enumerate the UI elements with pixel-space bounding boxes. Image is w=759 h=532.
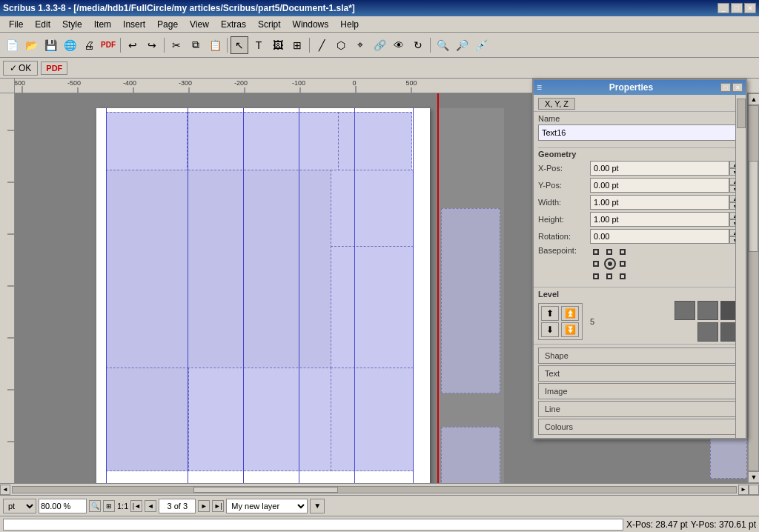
preflight-button[interactable]: 🌐 bbox=[61, 36, 79, 54]
new-button[interactable]: 📄 bbox=[3, 36, 21, 54]
nav-next-button[interactable]: ► bbox=[198, 500, 210, 512]
hscroll-left-button[interactable]: ◄ bbox=[0, 485, 10, 495]
bp-bl[interactable] bbox=[593, 273, 599, 279]
basepoint-grid[interactable] bbox=[590, 246, 630, 283]
print-button[interactable]: 🖨 bbox=[80, 36, 98, 54]
layer-selector[interactable]: My new layer bbox=[226, 499, 308, 513]
hscroll-thumb[interactable] bbox=[193, 487, 338, 493]
level-icon-2[interactable] bbox=[697, 301, 718, 320]
hscroll-right-button[interactable]: ► bbox=[738, 485, 749, 495]
menu-help[interactable]: Help bbox=[334, 18, 365, 31]
maximize-button[interactable]: □ bbox=[731, 3, 743, 13]
props-close-button[interactable]: ✕ bbox=[732, 83, 743, 92]
props-restore-button[interactable]: □ bbox=[720, 83, 731, 92]
menu-style[interactable]: Style bbox=[56, 18, 88, 31]
level-top-right[interactable]: ⏫ bbox=[561, 306, 579, 321]
level-icon-4[interactable] bbox=[697, 322, 718, 342]
nav-prev-button[interactable]: ◄ bbox=[145, 500, 156, 512]
scale-icon[interactable]: ⊞ bbox=[103, 500, 115, 512]
copy-button[interactable]: ⧉ bbox=[187, 36, 205, 54]
bp-ml[interactable] bbox=[593, 261, 599, 267]
link-tool[interactable]: 🔗 bbox=[371, 36, 388, 54]
select-tool[interactable]: ↖ bbox=[231, 36, 248, 54]
height-field[interactable]: ▲ ▼ bbox=[590, 212, 741, 227]
properties-scrollbar[interactable] bbox=[735, 95, 746, 438]
menu-edit[interactable]: Edit bbox=[29, 18, 56, 31]
vertical-scrollbar[interactable]: ▲ ▼ bbox=[747, 93, 759, 483]
table-tool[interactable]: ⊞ bbox=[288, 36, 306, 54]
level-icon-1[interactable] bbox=[675, 301, 695, 320]
zoom-input[interactable] bbox=[39, 499, 87, 513]
menu-script[interactable]: Script bbox=[252, 18, 287, 31]
menu-insert[interactable]: Insert bbox=[117, 18, 151, 31]
horizontal-scrollbar[interactable]: ◄ ► bbox=[0, 483, 759, 495]
xpos-input[interactable] bbox=[590, 161, 729, 176]
tab-image[interactable]: Image bbox=[538, 383, 741, 399]
zoom-out-button[interactable]: 🔎 bbox=[453, 36, 471, 54]
save-button[interactable]: 💾 bbox=[42, 36, 59, 54]
measure-tool[interactable]: ⌖ bbox=[351, 36, 369, 54]
undo-button[interactable]: ↩ bbox=[124, 36, 142, 54]
ypos-field[interactable]: ▲ ▼ bbox=[590, 178, 741, 193]
bp-tc[interactable] bbox=[606, 249, 612, 255]
level-top-left[interactable]: ⬆ bbox=[541, 306, 559, 321]
level-bottom-right[interactable]: ⏬ bbox=[561, 322, 579, 337]
menu-page[interactable]: Page bbox=[151, 18, 184, 31]
eyedropper-button[interactable]: 💉 bbox=[472, 36, 490, 54]
bp-tl[interactable] bbox=[593, 249, 599, 255]
vscroll-track[interactable] bbox=[748, 105, 759, 471]
vscroll-thumb[interactable] bbox=[749, 161, 758, 252]
menu-item[interactable]: Item bbox=[88, 18, 117, 31]
tab-shape[interactable]: Shape bbox=[538, 348, 741, 364]
cut-button[interactable]: ✂ bbox=[168, 36, 185, 54]
bp-bc[interactable] bbox=[606, 273, 612, 279]
image-tool[interactable]: 🖼 bbox=[269, 36, 287, 54]
menu-extras[interactable]: Extras bbox=[215, 18, 252, 31]
close-button[interactable]: ✕ bbox=[744, 3, 756, 13]
zoom-in-button[interactable]: 🔍 bbox=[434, 36, 451, 54]
unit-selector[interactable]: pt mm in bbox=[3, 499, 36, 513]
open-button[interactable]: 📂 bbox=[22, 36, 40, 54]
paste-button[interactable]: 📋 bbox=[206, 36, 224, 54]
bp-mr[interactable] bbox=[620, 261, 626, 267]
rotation-field[interactable]: ▲ ▼ bbox=[590, 229, 741, 244]
redo-button[interactable]: ↪ bbox=[143, 36, 161, 54]
layer-dropdown[interactable]: ▼ bbox=[310, 499, 325, 513]
rotation-input[interactable] bbox=[590, 229, 729, 244]
ok-button[interactable]: ✓ OK bbox=[3, 61, 38, 76]
nav-last-button[interactable]: ►| bbox=[212, 500, 224, 512]
vscroll-down-button[interactable]: ▼ bbox=[748, 471, 759, 483]
tab-text[interactable]: Text bbox=[538, 365, 741, 382]
pdf-badge: PDF bbox=[41, 61, 67, 75]
bp-br[interactable] bbox=[620, 273, 626, 279]
nav-first-button[interactable]: |◄ bbox=[130, 500, 142, 512]
xpos-field[interactable]: ▲ ▼ bbox=[590, 161, 741, 176]
eye-tool[interactable]: 👁 bbox=[390, 36, 408, 54]
vscroll-up-button[interactable]: ▲ bbox=[748, 93, 759, 105]
tab-line[interactable]: Line bbox=[538, 401, 741, 417]
menu-file[interactable]: File bbox=[3, 18, 29, 31]
hscroll-track[interactable] bbox=[12, 486, 737, 493]
width-field[interactable]: ▲ ▼ bbox=[590, 195, 741, 210]
minimize-button[interactable]: _ bbox=[717, 3, 729, 13]
bp-center[interactable] bbox=[604, 258, 616, 270]
height-input[interactable] bbox=[590, 212, 729, 227]
level-box: ⬆ ⏫ ⬇ ⏬ bbox=[538, 303, 583, 340]
menu-view[interactable]: View bbox=[184, 18, 215, 31]
xyz-tab[interactable]: X, Y, Z bbox=[538, 98, 575, 110]
props-scroll-thumb[interactable] bbox=[737, 99, 746, 128]
menu-windows[interactable]: Windows bbox=[287, 18, 335, 31]
bp-tr[interactable] bbox=[620, 249, 626, 255]
pdf-button[interactable]: PDF bbox=[99, 36, 117, 54]
rotate-tool[interactable]: ↻ bbox=[409, 36, 427, 54]
page-input[interactable] bbox=[159, 499, 196, 513]
width-input[interactable] bbox=[590, 195, 729, 210]
shape-tool[interactable]: ⬡ bbox=[332, 36, 350, 54]
zoom-icon[interactable]: 🔍 bbox=[89, 500, 101, 512]
name-input[interactable] bbox=[538, 124, 741, 141]
line-tool[interactable]: ╱ bbox=[313, 36, 331, 54]
level-bottom-left[interactable]: ⬇ bbox=[541, 322, 559, 337]
text-tool[interactable]: T bbox=[250, 36, 268, 54]
ypos-input[interactable] bbox=[590, 178, 729, 193]
tab-colours[interactable]: Colours bbox=[538, 419, 741, 435]
